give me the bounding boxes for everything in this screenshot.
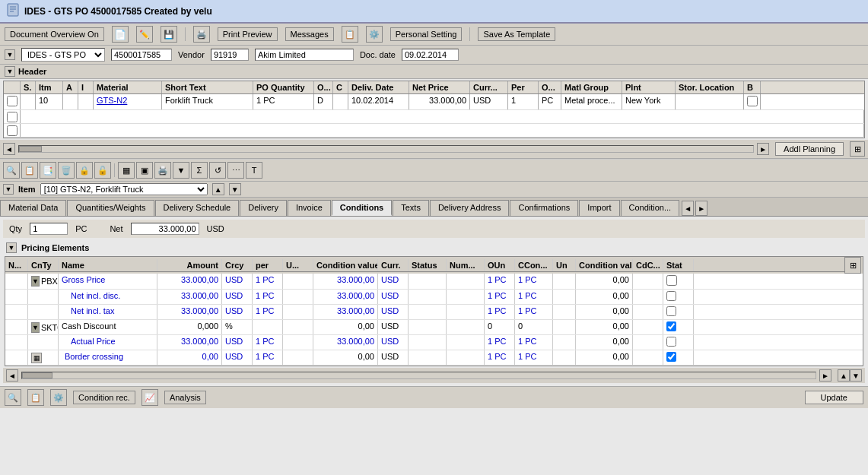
pricing-table: N... CnTy Name Amount Crcy per U... Cond… [5,256,863,366]
pricing-scroll-left[interactable]: ◄ [6,369,18,382]
condition-rec-btn[interactable]: Condition rec. [73,391,135,404]
pricing-scroll-right[interactable]: ► [819,369,831,382]
item-expand-icon[interactable]: ▼ [3,184,14,195]
tab-invoice[interactable]: Invoice [288,200,331,216]
row-expand[interactable]: ▼ [31,276,40,287]
ph-name: Name [59,259,157,271]
row-checkbox[interactable] [4,94,21,109]
pricing-scroll-down[interactable]: ▼ [850,369,862,382]
pricing-row-skt0[interactable]: ▼ SKT0 Cash Discount 0,000 % 0,00 USD 0 … [5,320,863,335]
messages-btn[interactable]: Messages [285,27,334,41]
toolbar-icon-3[interactable]: 💾 [161,26,177,43]
personal-setting-btn[interactable]: Personal Setting [390,27,463,41]
pricing-row-net-tax[interactable]: Net incl. tax 33.000,00 USD 1 PC 33.000,… [5,305,863,320]
toolbar-icon-4[interactable]: 📋 [342,26,358,43]
nav-down-btn[interactable]: ▼ [229,183,241,195]
tab-delivery[interactable]: Delivery [240,200,287,216]
net-label: Net [110,224,122,233]
tab-delivery-schedule[interactable]: Delivery Schedule [155,200,240,216]
icon-sum[interactable]: Σ [191,162,208,179]
pricing-row-net-disc[interactable]: Net incl. disc. 33.000,00 USD 1 PC 33.00… [5,290,863,305]
bottom-toolbar: 🔍 📋 ⚙️ Condition rec. 📈 Analysis Update [0,386,868,408]
icon-refresh[interactable]: ↺ [209,162,226,179]
update-btn[interactable]: Update [805,391,863,404]
tab-scroll-right[interactable]: ► [695,201,707,216]
tab-texts[interactable]: Texts [393,200,429,216]
toolbar-icon-2[interactable]: ✏️ [136,26,153,43]
vendor-id-input[interactable] [211,49,249,61]
po-number-input[interactable]: 4500017585 [111,49,172,61]
bottom-icon-2[interactable]: 📋 [27,389,44,406]
table-settings-icon[interactable]: ⊞ [844,257,861,274]
pricing-row-pbxx[interactable]: ▼ PBXX Gross Price 33.000,00 USD 1 PC 33… [5,274,863,290]
row-expand3[interactable]: ▦ [31,353,42,363]
vendor-name-input[interactable] [255,49,354,61]
grid-settings-icon[interactable]: ⊞ [850,141,865,157]
ph-un: Un [553,259,576,271]
row-material[interactable]: GTS-N2 [94,94,162,109]
print-preview-btn[interactable]: Print Preview [218,27,278,41]
tab-material-data[interactable]: Material Data [0,200,66,216]
col-itm: Itm [36,81,63,93]
qty-value-input[interactable]: 1 [30,223,68,235]
pricing-expand-icon[interactable]: ▼ [6,242,17,253]
ph-condval2: Condition value [576,259,633,271]
print-icon[interactable]: 🖨️ [193,26,210,43]
pricing-row-border[interactable]: ▦ Border crossing 0,00 USD 1 PC 0,00 USD… [5,350,863,366]
qty-label: Qty [9,224,22,233]
icon-search[interactable]: 🔍 [3,162,20,179]
pricing-label: Pricing Elements [21,243,89,252]
grid-scroll-left[interactable]: ◄ [3,143,15,155]
tab-scroll-left[interactable]: ◄ [682,201,694,216]
doc-overview-btn[interactable]: Document Overview On [5,27,104,41]
icon-delete[interactable]: 🗑️ [58,162,75,179]
row-itm: 10 [36,94,63,109]
main-toolbar: Document Overview On 📄 ✏️ 💾 🖨️ Print Pre… [0,24,868,46]
table-row[interactable]: 10 GTS-N2 Forklift Truck 1 PC D 10.02.20… [4,94,864,110]
col-o2: O... [539,81,561,93]
net-value-input[interactable] [131,223,199,235]
header-expand-icon[interactable]: ▼ [5,66,15,77]
save-as-template-btn[interactable]: Save As Template [478,27,555,41]
bottom-icon-4[interactable]: 📈 [141,389,158,406]
icon-print[interactable]: 🖨️ [154,162,171,179]
icon-more[interactable]: ⋯ [227,162,244,179]
nav-up-btn[interactable]: ▲ [212,183,224,195]
tab-conditions[interactable]: Conditions [332,200,392,216]
pricing-row-actual[interactable]: Actual Price 33.000,00 USD 1 PC 33.000,0… [5,335,863,350]
icon-separator [114,163,115,177]
analysis-btn[interactable]: Analysis [164,391,206,404]
item-selector[interactable]: [10] GTS-N2, Forklift Truck [40,183,208,195]
tab-confirmations[interactable]: Confirmations [510,200,578,216]
row-o2: PC [539,94,561,109]
row-i [78,94,94,109]
icon-lock2[interactable]: 🔓 [94,162,111,179]
icon-table2[interactable]: ▣ [136,162,153,179]
icon-filter[interactable]: ▼ [173,162,189,179]
tab-delivery-address[interactable]: Delivery Address [430,200,510,216]
doc-date-input[interactable]: 09.02.2014 [402,49,459,61]
icon-text[interactable]: T [246,162,262,179]
row-expand2[interactable]: ▼ [31,322,40,333]
bottom-icon-1[interactable]: 🔍 [5,389,21,406]
ph-n: N... [5,259,28,271]
expand-icon[interactable]: ▼ [5,49,15,60]
po-type-select[interactable]: IDES - GTS PO [21,48,105,62]
row-delivdate: 10.02.2014 [348,94,409,109]
toolbar-icon-5[interactable]: ⚙️ [366,26,383,43]
icon-copy[interactable]: 📑 [40,162,56,179]
icon-table1[interactable]: ▦ [118,162,135,179]
tab-condition[interactable]: Condition... [621,200,680,216]
toolbar-icon-1[interactable]: 📄 [112,26,129,43]
icon-lock[interactable]: 🔒 [76,162,93,179]
item-label: Item [18,185,36,194]
tab-quantities-weights[interactable]: Quantities/Weights [67,200,154,216]
col-poqty: PO Quantity [253,81,314,93]
grid-scroll-right[interactable]: ► [757,143,769,155]
pricing-scroll-up[interactable]: ▲ [838,369,850,382]
icon-new[interactable]: 📋 [21,162,38,179]
tab-import[interactable]: Import [579,200,619,216]
addl-planning-btn[interactable]: Addl Planning [775,142,844,156]
col-matgroup: Matl Group [561,81,622,93]
bottom-icon-3[interactable]: ⚙️ [50,389,67,406]
